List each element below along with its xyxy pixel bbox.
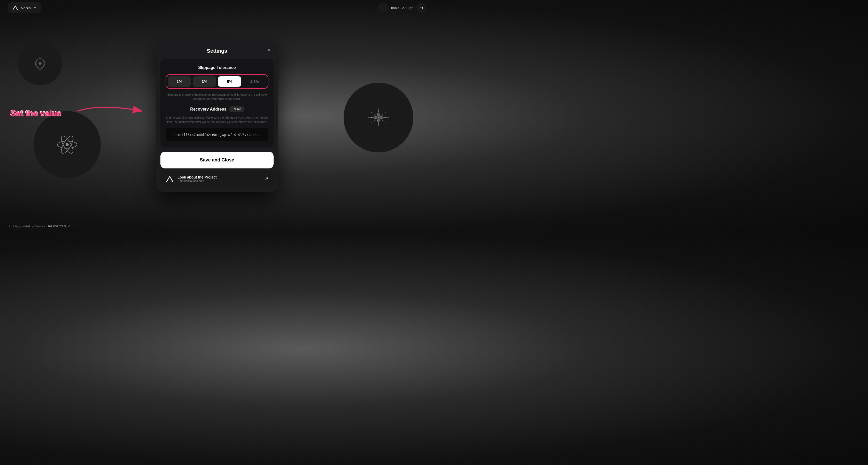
external-link-icon: ↗ xyxy=(265,176,269,182)
modal-inner-content: Slippage Tolerance 1% 3% 5% 2.5% Slippag… xyxy=(160,59,274,148)
slippage-5pct-button[interactable]: 5% xyxy=(218,76,241,87)
project-banner-logo-icon xyxy=(165,175,174,183)
close-button[interactable]: × xyxy=(266,46,272,54)
recovery-description: Enter a valid Osmosis address. Make sure… xyxy=(165,116,269,124)
recovery-header: Recovery Address Reset xyxy=(165,106,269,113)
modal-title: Settings xyxy=(207,48,227,54)
slippage-1pct-button[interactable]: 1% xyxy=(168,76,191,87)
recovery-section-title: Recovery Address xyxy=(190,107,226,112)
settings-modal: Settings × Slippage Tolerance 1% 3% 5% 2… xyxy=(156,41,278,192)
project-banner-text: Look about the Project Confidential use … xyxy=(178,175,261,182)
reset-button[interactable]: Reset xyxy=(229,106,244,113)
modal-header: Settings × xyxy=(156,41,278,59)
project-banner-title: Look about the Project xyxy=(178,175,261,179)
slippage-3pct-button[interactable]: 3% xyxy=(193,76,216,87)
recovery-address: osmo1ll3cs7mu8dfm2te0rtjwprwfr0r0l7vktaq… xyxy=(165,128,269,141)
save-close-wrapper: Save and Close xyxy=(156,152,278,168)
project-banner-subtitle: Confidential use only xyxy=(178,179,261,182)
slippage-custom-button[interactable]: 2.5% xyxy=(243,76,266,87)
save-close-button[interactable]: Save and Close xyxy=(160,152,274,168)
project-banner-wrapper: Look about the Project Confidential use … xyxy=(156,171,278,192)
project-banner[interactable]: Look about the Project Confidential use … xyxy=(160,171,274,187)
slippage-options: 1% 3% 5% 2.5% xyxy=(165,74,269,89)
slippage-description: Slippage tolerance is the maximum percen… xyxy=(165,92,269,101)
slippage-section-title: Slippage Tolerance xyxy=(165,65,269,70)
modal-overlay: Settings × Slippage Tolerance 1% 3% 5% 2… xyxy=(0,0,434,232)
